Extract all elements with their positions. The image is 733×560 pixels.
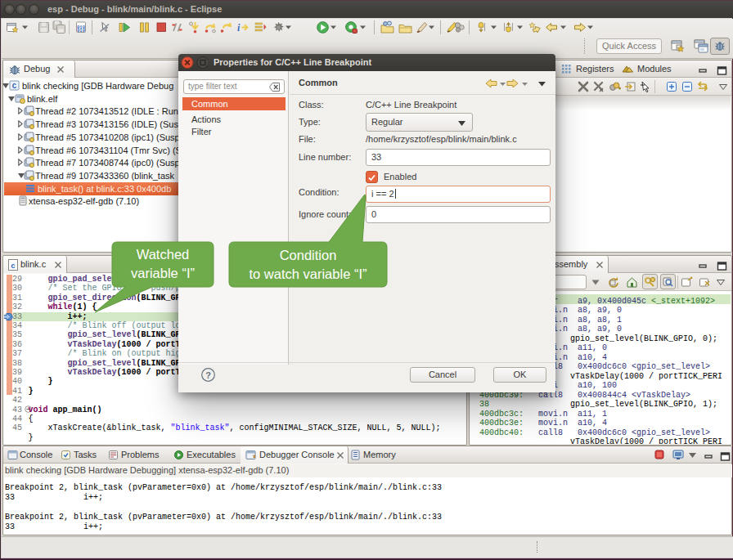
svg-text:C: C — [12, 83, 17, 91]
svg-text:c: c — [11, 262, 15, 271]
svg-text:i: i — [237, 22, 241, 34]
svg-text:?: ? — [205, 370, 211, 380]
svg-text:010: 010 — [77, 28, 85, 34]
